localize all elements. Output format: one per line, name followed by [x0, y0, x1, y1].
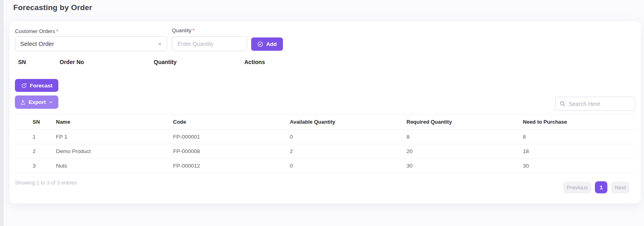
required-asterisk: * — [192, 27, 194, 33]
cell-name: Nuts — [56, 159, 173, 173]
cell-code: FP-000001 — [173, 130, 290, 144]
upload-icon — [20, 100, 26, 105]
table-row: 1 FP 1 FP-000001 0 8 8 — [15, 130, 635, 144]
cell-available: 2 — [290, 144, 407, 159]
results-header-row: SN Name Code Available Quantity Required… — [15, 114, 635, 130]
forecast-results-table: SN Name Code Available Quantity Required… — [15, 114, 635, 173]
order-table-header-sn: SN — [18, 59, 26, 65]
order-table-header-quantity: Quantity — [154, 59, 177, 65]
current-page-button[interactable]: 1 — [595, 181, 607, 193]
cell-required: 8 — [407, 130, 523, 144]
col-required-quantity: Required Quantity — [407, 114, 523, 130]
col-available-quantity: Available Quantity — [290, 114, 407, 130]
cell-sn: 2 — [15, 144, 56, 159]
cell-available: 0 — [290, 159, 407, 173]
forecast-button[interactable]: Forecast — [15, 79, 58, 92]
cell-required: 20 — [407, 144, 523, 159]
forecast-refresh-bolt-icon — [21, 83, 27, 89]
order-table-header-actions: Actions — [244, 59, 265, 65]
export-button[interactable]: Export — [15, 95, 58, 109]
chevron-down-icon — [49, 100, 53, 104]
col-name: Name — [56, 114, 173, 130]
search-container — [555, 97, 635, 111]
forecast-button-label: Forecast — [30, 83, 52, 89]
select-value: Select Order — [20, 40, 54, 47]
customer-orders-select[interactable]: Select Order — [15, 36, 167, 51]
required-asterisk: * — [56, 28, 58, 34]
col-code: Code — [173, 114, 290, 130]
cell-name: Demo Product — [56, 144, 173, 159]
cell-name: FP 1 — [56, 130, 173, 144]
table-row: 3 Nuts FP-000012 0 30 30 — [15, 159, 635, 173]
export-button-label: Export — [29, 99, 46, 105]
chevron-down-icon — [158, 42, 162, 46]
quantity-input[interactable] — [172, 36, 247, 51]
col-sn: SN — [15, 114, 56, 130]
cell-required: 30 — [407, 159, 523, 173]
check-circle-icon — [257, 41, 263, 47]
cell-code: FP-000008 — [173, 144, 290, 159]
search-icon — [559, 101, 566, 107]
previous-page-button[interactable]: Previous — [563, 182, 592, 193]
cell-available: 0 — [290, 130, 407, 144]
order-table-header-orderno: Order No — [60, 59, 84, 65]
pagination: Previous 1 Next — [563, 181, 630, 193]
cell-sn: 3 — [15, 159, 56, 173]
add-button-label: Add — [266, 41, 277, 47]
cell-need: 8 — [523, 130, 635, 144]
cell-need: 18 — [523, 144, 635, 159]
page-left-gutter — [0, 0, 4, 226]
cell-need: 30 — [523, 159, 635, 173]
quantity-label: Quantity* — [172, 27, 194, 33]
page-title: Forecasting by Order — [13, 3, 92, 12]
add-button[interactable]: Add — [251, 37, 283, 51]
forecast-card: Customer Orders* Select Order Quantity* … — [10, 21, 641, 203]
cell-code: FP-000012 — [173, 159, 290, 173]
customer-orders-label: Customer Orders* — [15, 28, 58, 34]
search-input[interactable] — [569, 101, 629, 107]
cell-sn: 1 — [15, 130, 56, 144]
entries-summary: Showing 1 to 3 of 3 entries — [15, 180, 77, 186]
table-row: 2 Demo Product FP-000008 2 20 18 — [15, 144, 635, 159]
col-need-to-purchase: Need to Purchase — [523, 114, 635, 130]
next-page-button[interactable]: Next — [611, 182, 630, 193]
